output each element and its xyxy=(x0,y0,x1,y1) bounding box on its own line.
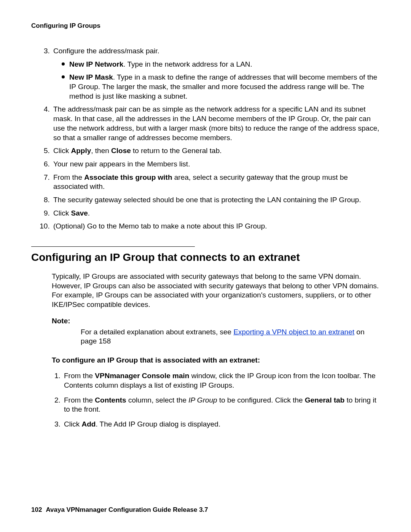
step-5: Click Apply, then Close to return to the… xyxy=(52,146,380,156)
task-list: From the VPNmanager Console main window,… xyxy=(62,371,380,429)
t: . The Add IP Group dialog is displayed. xyxy=(96,420,220,428)
bullet-bold: New IP Network xyxy=(69,60,123,68)
t: From the xyxy=(64,396,95,404)
t: Contents xyxy=(95,396,126,404)
t: General tab xyxy=(305,396,345,404)
section-rule xyxy=(31,246,195,247)
section-heading: Configuring an IP Group that connects to… xyxy=(31,251,380,264)
t: VPNmanager Console main xyxy=(95,372,189,380)
step-text: Your new pair appears in the Members lis… xyxy=(53,160,190,168)
step-text: The security gateway selected should be … xyxy=(53,196,361,204)
t: Close xyxy=(111,147,131,155)
step-text: Configure the address/mask pair. xyxy=(53,47,159,55)
t: , then xyxy=(91,147,111,155)
note-pre: For a detailed explanation about extrane… xyxy=(81,328,233,336)
t: Click xyxy=(53,147,71,155)
footer-title: Avaya VPNmanager Configuration Guide Rel… xyxy=(46,506,208,513)
step-text: The address/mask pair can be as simple a… xyxy=(53,105,379,141)
step-7: From the Associate this group with area,… xyxy=(52,173,380,192)
t: . xyxy=(88,209,90,217)
sub-bullets: New IP Network. Type in the network addr… xyxy=(62,60,380,101)
running-header: Configuring IP Groups xyxy=(31,22,380,30)
task-step-3: Click Add. The Add IP Group dialog is di… xyxy=(62,420,380,429)
bullet-new-ip-network: New IP Network. Type in the network addr… xyxy=(62,60,380,69)
t: From the xyxy=(53,173,84,181)
step-text: (Optional) Go to the Memo tab to make a … xyxy=(53,222,267,230)
t: Click xyxy=(53,209,71,217)
t: Add xyxy=(81,420,96,428)
bullet-new-ip-mask: New IP Mask. Type in a mask to define th… xyxy=(62,73,380,101)
t: to return to the General tab. xyxy=(131,147,222,155)
task-heading: To configure an IP Group that is associa… xyxy=(52,356,380,364)
t: Save xyxy=(71,209,88,217)
page: Configuring IP Groups Configure the addr… xyxy=(0,0,411,532)
page-number: 102 xyxy=(31,506,42,513)
step-9: Click Save. xyxy=(52,209,380,218)
note-body: For a detailed explanation about extrane… xyxy=(81,328,380,346)
section-intro: Typically, IP Groups are associated with… xyxy=(52,272,380,310)
t: Apply xyxy=(71,147,91,155)
link-text: Exporting a VPN object to an extranet xyxy=(233,328,354,336)
bullet-rest: . Type in a mask to define the range of … xyxy=(69,73,377,100)
t: Associate this group with xyxy=(84,173,172,181)
step-3: Configure the address/mask pair. New IP … xyxy=(52,46,380,101)
step-8: The security gateway selected should be … xyxy=(52,195,380,205)
step-6: Your new pair appears in the Members lis… xyxy=(52,160,380,169)
procedure-list-continued: Configure the address/mask pair. New IP … xyxy=(52,46,380,231)
t: IP Group xyxy=(188,396,217,404)
t: From the xyxy=(64,372,95,380)
page-footer: 102Avaya VPNmanager Configuration Guide … xyxy=(31,506,208,514)
step-10: (Optional) Go to the Memo tab to make a … xyxy=(52,222,380,231)
task-step-1: From the VPNmanager Console main window,… xyxy=(62,371,380,390)
note-label: Note: xyxy=(52,317,380,325)
t: Click xyxy=(64,420,81,428)
bullet-rest: . Type in the network address for a LAN. xyxy=(123,60,252,68)
step-4: The address/mask pair can be as simple a… xyxy=(52,105,380,142)
task-step-2: From the Contents column, select the IP … xyxy=(62,396,380,414)
bullet-bold: New IP Mask xyxy=(69,73,113,81)
t: to be configured. Click the xyxy=(217,396,305,404)
note-xref-link[interactable]: Exporting a VPN object to an extranet xyxy=(233,328,354,336)
t: column, select the xyxy=(126,396,189,404)
